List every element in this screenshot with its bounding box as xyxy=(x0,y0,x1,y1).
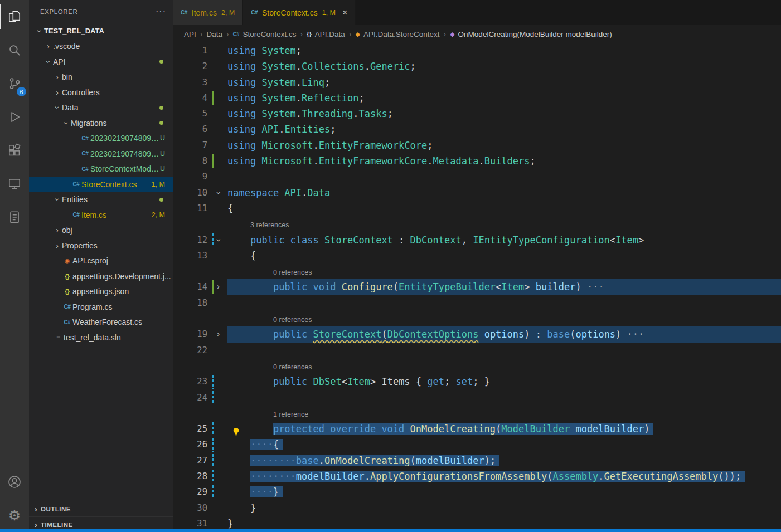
status-bar[interactable] xyxy=(0,529,781,532)
fold-collapsed-icon[interactable]: › xyxy=(216,326,221,342)
code-token xyxy=(227,281,273,292)
code-token: Builders xyxy=(484,155,530,167)
breadcrumb-item-api-data[interactable]: {}API.Data xyxy=(307,30,345,38)
tree-item-entities[interactable]: ›Entities xyxy=(29,192,173,208)
breadcrumb-item-onmodelcreating-modelbuilder-m[interactable]: ◆OnModelCreating(ModelBuilder modelBuild… xyxy=(450,30,612,38)
code-line[interactable]: 11{ xyxy=(173,201,781,216)
tree-item-20230219074809-i[interactable]: C#20230219074809_I...U xyxy=(29,131,173,147)
fold-expanded-icon[interactable]: › xyxy=(210,237,226,242)
line-content: public void Configure(EntityTypeBuilder<… xyxy=(227,279,781,295)
gutter xyxy=(211,311,227,326)
tree-item-20230219074809-i[interactable]: C#20230219074809_I...U xyxy=(29,146,173,162)
tree-item-bin[interactable]: ›bin xyxy=(29,70,173,85)
code-line[interactable]: 4using System.Reflection; xyxy=(173,90,781,106)
close-icon[interactable]: × xyxy=(342,8,347,17)
code-line[interactable]: 12› public class StoreContext : DbContex… xyxy=(173,232,781,248)
code-line[interactable]: 18 xyxy=(173,295,781,311)
code-line[interactable]: 2using System.Collections.Generic; xyxy=(173,58,781,74)
codelens-row[interactable]: 0 references xyxy=(173,263,781,279)
tree-item-appsettings-development-j[interactable]: {}appsettings.Development.j... xyxy=(29,269,173,284)
activity-icon-run-and-debug[interactable] xyxy=(0,100,29,134)
code-line[interactable]: 26 ····{ xyxy=(173,437,781,452)
tree-item-vscode[interactable]: ›.vscode xyxy=(29,39,173,55)
gutter: › xyxy=(211,326,227,342)
codelens-references[interactable]: 0 references xyxy=(273,316,312,324)
activity-icon-extensions[interactable] xyxy=(0,134,29,167)
activity-icon-search[interactable] xyxy=(0,33,29,67)
code-line[interactable]: 13 { xyxy=(173,248,781,263)
codelens-row[interactable]: 3 references xyxy=(173,216,781,232)
code-area[interactable]: 1using System;2using System.Collections.… xyxy=(173,43,781,532)
tree-item-storecontextmode[interactable]: C#StoreContextMode...U xyxy=(29,162,173,177)
code-line[interactable]: 19› public StoreContext(DbContextOptions… xyxy=(173,326,781,342)
breadcrumb-label: API xyxy=(184,30,196,38)
activity-icon-settings-gear[interactable]: ⚙ xyxy=(0,499,29,532)
code-line[interactable]: 25 protected override void OnModelCreati… xyxy=(173,421,781,437)
code-line[interactable]: 10›namespace API.Data xyxy=(173,185,781,201)
code-line[interactable]: 27 ········base.OnModelCreating(modelBui… xyxy=(173,453,781,468)
csharp-file-icon: C# xyxy=(181,9,187,16)
codelens-row[interactable]: 0 references xyxy=(173,358,781,374)
code-line[interactable]: 9 xyxy=(173,169,781,184)
activity-icon-outline-document[interactable] xyxy=(0,201,29,234)
code-line[interactable]: 29 ····} xyxy=(173,484,781,500)
git-status-badge: U xyxy=(160,134,173,142)
code-line[interactable]: 23 public DbSet<Item> Items { get; set; … xyxy=(173,374,781,389)
code-line[interactable]: 28 ········modelBuilder.ApplyConfigurati… xyxy=(173,468,781,484)
code-line[interactable]: 5using System.Threading.Tasks; xyxy=(173,106,781,121)
tab-item-cs[interactable]: C#Item.cs2, M xyxy=(173,0,243,25)
code-token: override xyxy=(330,423,381,435)
fold-expanded-icon[interactable]: › xyxy=(210,190,226,195)
code-line[interactable]: 6using API.Entities; xyxy=(173,121,781,137)
codelens-references[interactable]: 3 references xyxy=(250,221,289,229)
tree-item-weatherforecast-cs[interactable]: C#WeatherForecast.cs xyxy=(29,315,173,330)
tree-item-properties[interactable]: ›Properties xyxy=(29,238,173,253)
breadcrumb-item-data[interactable]: Data xyxy=(206,30,222,38)
code-line[interactable]: 24 xyxy=(173,390,781,406)
code-line[interactable]: 30 } xyxy=(173,500,781,516)
tree-item-api[interactable]: ›API xyxy=(29,54,173,70)
chevron-right-icon: › xyxy=(52,89,62,96)
codelens-references[interactable]: 1 reference xyxy=(273,411,308,418)
tree-item-storecontext-cs[interactable]: C#StoreContext.cs1, M xyxy=(29,177,173,192)
breadcrumb-item-api-data-storecontext[interactable]: ◆API.Data.StoreContext xyxy=(355,30,439,38)
codelens-references[interactable]: 0 references xyxy=(273,363,312,371)
line-content: using System.Linq; xyxy=(227,75,781,90)
tree-item-test-rel-data[interactable]: ›TEST_REL_DATA xyxy=(29,23,173,39)
tree-item-program-cs[interactable]: C#Program.cs xyxy=(29,299,173,315)
activity-icon-explorer[interactable] xyxy=(0,0,29,33)
gutter xyxy=(211,500,227,516)
panel-outline[interactable]: ›OUTLINE xyxy=(29,501,173,516)
breadcrumb-item-storecontext-cs[interactable]: C#StoreContext.cs xyxy=(233,30,297,38)
codelens-references[interactable]: 0 references xyxy=(273,269,312,276)
git-status-badge: U xyxy=(160,165,173,173)
breadcrumb-item-api[interactable]: API xyxy=(184,30,196,38)
tree-item-data[interactable]: ›Data xyxy=(29,100,173,116)
tree-item-item-cs[interactable]: C#Item.cs2, M xyxy=(29,207,173,223)
activity-icon-remote-explorer[interactable] xyxy=(0,167,29,201)
code-token: . xyxy=(313,140,319,151)
code-token: using xyxy=(227,124,261,135)
codelens-row[interactable]: 0 references xyxy=(173,311,781,326)
fold-collapsed-icon[interactable]: › xyxy=(216,279,221,295)
tree-item-test-rel-data-sln[interactable]: ≡test_rel_data.sln xyxy=(29,330,173,345)
code-line[interactable]: 7using Microsoft.EntityFrameworkCore; xyxy=(173,138,781,153)
codelens-row[interactable]: 1 reference xyxy=(173,406,781,421)
activity-icon-accounts[interactable] xyxy=(0,465,29,499)
tree-item-appsettings-json[interactable]: {}appsettings.json xyxy=(29,284,173,300)
tree-item-api-csproj[interactable]: ◉API.csproj xyxy=(29,253,173,269)
tree-item-controllers[interactable]: ›Controllers xyxy=(29,85,173,100)
code-line[interactable]: 8using Microsoft.EntityFrameworkCore.Met… xyxy=(173,153,781,169)
code-line[interactable]: 14› public void Configure(EntityTypeBuil… xyxy=(173,279,781,295)
code-line[interactable]: 22 xyxy=(173,343,781,358)
more-actions-icon[interactable]: ··· xyxy=(156,7,166,17)
tree-item-migrations[interactable]: ›Migrations xyxy=(29,115,173,131)
code-token: public xyxy=(273,329,313,340)
code-line[interactable]: 3using System.Linq; xyxy=(173,75,781,90)
tree-item-obj[interactable]: ›obj xyxy=(29,223,173,238)
tab-storecontext-cs[interactable]: C#StoreContext.cs1, M× xyxy=(243,0,356,25)
activity-icon-source-control[interactable]: 6 xyxy=(0,67,29,100)
gutter-change-indicator xyxy=(212,154,214,168)
line-content: using System.Reflection; xyxy=(227,90,781,106)
code-line[interactable]: 1using System; xyxy=(173,43,781,58)
